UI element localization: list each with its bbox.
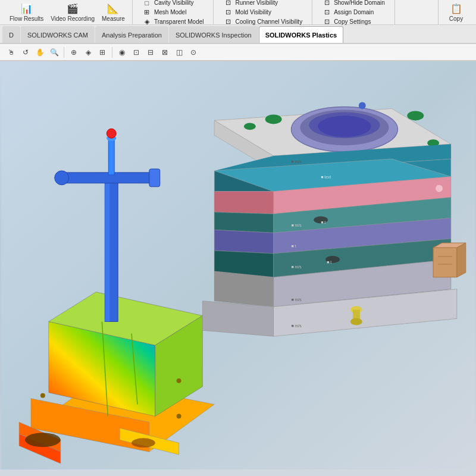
copy-settings-item[interactable]: ⊡ Copy Settings <box>320 17 387 27</box>
svg-point-33 <box>244 123 256 130</box>
appearance-icon-btn[interactable]: ⊠ <box>158 46 171 59</box>
svg-marker-51 <box>214 230 273 253</box>
svg-text:■ m/s: ■ m/s <box>291 159 302 164</box>
assign-domain-item[interactable]: ⊡ Assign Domain <box>320 8 387 17</box>
tab-solidworks-inspection-label: SOLIDWORKS Inspection <box>176 32 252 39</box>
measure-button[interactable]: 📐 Measure <box>98 2 129 23</box>
svg-point-44 <box>436 185 443 192</box>
cooling-icon: ⊡ <box>223 18 233 26</box>
mesh-model-item[interactable]: ⊞ Mesh Model <box>140 8 206 17</box>
zoom-icon-btn[interactable]: 🔍 <box>48 46 61 59</box>
cavity-visibility-item[interactable]: □ Cavity Visibility <box>140 0 206 8</box>
svg-text:■ m/s: ■ m/s <box>291 324 302 328</box>
svg-point-32 <box>407 111 424 121</box>
svg-rect-19 <box>149 169 160 187</box>
main-viewport[interactable]: ■ text ■ t ■ t <box>0 61 476 469</box>
mesh-model-label: Mesh Model <box>154 9 186 15</box>
assign-domain-icon: ⊡ <box>322 8 331 17</box>
copy-settings-label: Copy Settings <box>334 18 371 25</box>
mold-icon: ⊡ <box>223 8 233 17</box>
tab-solidworks-cam[interactable]: SOLIDWORKS CAM <box>21 26 95 43</box>
tab-solidworks-plastics-label: SOLIDWORKS Plastics <box>265 32 337 39</box>
view-icon-btn[interactable]: ◈ <box>82 46 95 59</box>
svg-text:■ t: ■ t <box>327 260 331 264</box>
tab-analysis-preparation-label: Analysis Preparation <box>102 32 162 39</box>
svg-text:■ t: ■ t <box>291 244 296 248</box>
tab-solidworks-inspection[interactable]: SOLIDWORKS Inspection <box>169 26 258 43</box>
svg-text:■ m/s: ■ m/s <box>291 298 302 302</box>
tab-d[interactable]: D <box>2 26 20 43</box>
mold-visibility-label: Mold Visibility <box>235 9 271 15</box>
model-display-icon-btn[interactable]: ⊡ <box>130 46 143 59</box>
transparent-icon: ◈ <box>142 18 152 26</box>
svg-point-23 <box>25 433 61 447</box>
domain-menu-items: ⊡ Show/Hide Domain ⊡ Assign Domain ⊡ Cop… <box>316 0 391 28</box>
hide-show-icon-btn[interactable]: ⊟ <box>144 46 157 59</box>
svg-marker-62 <box>202 301 273 337</box>
svg-rect-16 <box>108 138 114 175</box>
svg-marker-59 <box>214 271 273 307</box>
video-recording-button[interactable]: 🎬 Video Recording <box>47 2 98 23</box>
svg-text:■ text: ■ text <box>321 175 331 179</box>
cooling-channel-visibility-item[interactable]: ⊡ Cooling Channel Visibility <box>221 17 305 27</box>
measure-label: Measure <box>102 15 125 22</box>
mold-visibility-item[interactable]: ⊡ Mold Visibility <box>221 8 305 17</box>
cooling-channel-label: Cooling Channel Visibility <box>235 18 302 25</box>
show-domain-icon: ⊡ <box>322 0 331 7</box>
runner-toolbar-group: ⊡ Runner Visibility ⊡ Mold Visibility ⊡ … <box>214 0 312 24</box>
svg-point-35 <box>359 102 366 109</box>
transparent-model-item[interactable]: ◈ Transparent Model <box>140 17 206 27</box>
runner-visibility-label: Runner Visibility <box>235 0 278 6</box>
svg-point-30 <box>318 115 371 137</box>
section-view-icon-btn[interactable]: ◉ <box>115 46 129 59</box>
svg-point-66 <box>350 318 362 325</box>
svg-marker-42 <box>214 192 273 214</box>
cavity-visibility-label: Cavity Visibility <box>154 0 194 6</box>
svg-point-21 <box>177 378 181 383</box>
flow-results-icon: 📊 <box>21 3 33 14</box>
toolbar-row1: 📊 Flow Results 🎬 Video Recording 📐 Measu… <box>0 0 476 25</box>
copy-icon: 📋 <box>450 3 462 14</box>
svg-point-11 <box>131 438 155 447</box>
show-hide-domain-item[interactable]: ⊡ Show/Hide Domain <box>320 0 387 8</box>
svg-rect-13 <box>105 174 109 322</box>
tab-solidworks-plastics[interactable]: SOLIDWORKS Plastics <box>259 26 343 43</box>
video-recording-label: Video Recording <box>51 15 95 22</box>
cavity-icon: □ <box>142 0 152 7</box>
svg-point-18 <box>107 129 116 138</box>
flow-results-label: Flow Results <box>10 15 43 22</box>
measure-icon: 📐 <box>107 3 119 14</box>
tab-analysis-preparation[interactable]: Analysis Preparation <box>95 26 168 43</box>
flow-results-button[interactable]: 📊 Flow Results <box>6 2 47 23</box>
tab-d-label: D <box>9 32 14 39</box>
runner-visibility-item[interactable]: ⊡ Runner Visibility <box>221 0 305 8</box>
svg-point-15 <box>55 171 69 185</box>
svg-point-31 <box>265 114 282 124</box>
runner-menu-items: ⊡ Runner Visibility ⊡ Mold Visibility ⊡ … <box>217 0 308 28</box>
display-icon-btn[interactable]: ⊞ <box>96 46 109 59</box>
domain-toolbar-group: ⊡ Show/Hide Domain ⊡ Assign Domain ⊡ Cop… <box>312 0 395 24</box>
svg-marker-46 <box>214 212 273 233</box>
pan-icon-btn[interactable]: ✋ <box>33 46 46 59</box>
mesh-icon: ⊞ <box>142 8 152 17</box>
fit-all-icon-btn[interactable]: ⊕ <box>67 46 80 59</box>
transparent-model-label: Transparent Model <box>154 18 204 25</box>
copy-button[interactable]: 📋 Copy <box>438 0 474 24</box>
svg-text:■ t: ■ t <box>321 220 325 224</box>
lights-icon-btn[interactable]: ⊙ <box>187 46 200 59</box>
viewport-svg: ■ text ■ t ■ t <box>0 61 476 469</box>
icon-separator-1 <box>64 47 64 58</box>
video-recording-icon: 🎬 <box>67 3 79 14</box>
svg-rect-14 <box>61 173 155 183</box>
visibility-menu-items: □ Cavity Visibility ⊞ Mesh Model ◈ Trans… <box>136 0 210 28</box>
cursor-icon-btn[interactable]: 🖱 <box>5 46 18 59</box>
visibility-toolbar-group: □ Cavity Visibility ⊞ Mesh Model ◈ Trans… <box>133 0 214 24</box>
left-toolbar-group: 📊 Flow Results 🎬 Video Recording 📐 Measu… <box>2 0 133 24</box>
svg-point-22 <box>177 414 181 419</box>
copy-settings-icon: ⊡ <box>322 18 331 26</box>
rotate-icon-btn[interactable]: ↺ <box>19 46 32 59</box>
camera-icon-btn[interactable]: ◫ <box>173 46 186 59</box>
icon-toolbar: 🖱 ↺ ✋ 🔍 ⊕ ◈ ⊞ ◉ ⊡ ⊟ ⊠ ◫ ⊙ <box>0 44 476 61</box>
svg-marker-69 <box>457 243 466 277</box>
svg-text:■ m/s: ■ m/s <box>291 223 302 227</box>
